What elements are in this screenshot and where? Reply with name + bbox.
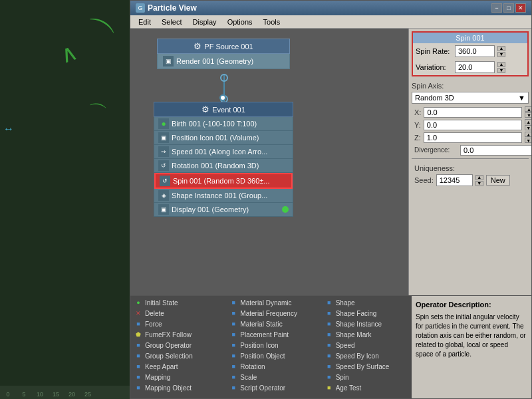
pf-source-node[interactable]: ⚙ PF Source 001 ▣ Render 001 (Geometry) xyxy=(157,39,290,69)
bottom-list-item[interactable]: ■Material Frequency xyxy=(227,308,315,319)
uniqueness-section: Uniqueness: Seed: ▲ ▼ New xyxy=(412,162,529,189)
title-bar-left: G Particle View xyxy=(136,3,197,13)
title-controls[interactable]: − □ ✕ xyxy=(491,3,526,13)
divergence-input[interactable] xyxy=(460,145,531,156)
y-arrows[interactable]: ▲ ▼ xyxy=(525,119,531,130)
node-graph[interactable]: ⚙ PF Source 001 ▣ Render 001 (Geometry) xyxy=(130,29,408,295)
item-icon: ■ xyxy=(325,319,334,329)
spin-panel: Spin 001 Spin Rate: 360.0 ▲ ▼ Variation:… xyxy=(412,31,529,76)
bottom-list-item[interactable]: ●Initial State xyxy=(132,297,219,308)
pf-source-header: ⚙ PF Source 001 xyxy=(157,39,290,54)
item-label: FumeFX Follow xyxy=(145,331,192,338)
ruler-mark-15: 15 xyxy=(48,391,64,398)
item-label: Placement Paint xyxy=(240,331,289,338)
spin-rate-value[interactable]: 360.0 xyxy=(455,45,495,57)
bottom-list-item[interactable]: ■Spin xyxy=(323,372,410,382)
item-icon: ■ xyxy=(229,330,238,339)
bottom-list-item[interactable]: ■Material Static xyxy=(227,319,315,329)
ruler-mark-0: 0 xyxy=(0,391,16,398)
bottom-list-item[interactable]: ■Shape Mark xyxy=(323,329,410,340)
right-panel: Spin 001 Spin Rate: 360.0 ▲ ▼ Variation:… xyxy=(408,29,531,295)
render-row[interactable]: ▣ Render 001 (Geometry) xyxy=(158,54,289,68)
item-label: Speed By Icon xyxy=(336,352,379,360)
item-label: Rotation xyxy=(240,363,265,370)
bottom-list-item[interactable]: ■Material Dynamic xyxy=(227,297,315,308)
bottom-list-item[interactable]: ✕Delete xyxy=(132,308,219,319)
item-icon: ■ xyxy=(134,383,143,392)
position-icon-label: Position Icon 001 (Volume) xyxy=(172,134,259,142)
spin-rate-down[interactable]: ▼ xyxy=(497,52,505,57)
bottom-list-item[interactable]: ■Speed By Icon xyxy=(323,350,410,361)
close-button[interactable]: ✕ xyxy=(515,3,526,13)
bottom-list-item[interactable]: ⬟FumeFX Follow xyxy=(132,329,219,340)
spin-rate-arrows[interactable]: ▲ ▼ xyxy=(497,46,505,57)
spin-axis-dropdown[interactable]: Random 3D ▼ xyxy=(412,92,529,104)
menu-display[interactable]: Display xyxy=(188,17,222,27)
birth-row[interactable]: ● Birth 001 (-100-100 T:100) xyxy=(154,117,293,131)
bottom-list-item[interactable]: ■Speed By Surface xyxy=(323,361,410,372)
y-down[interactable]: ▼ xyxy=(525,125,531,130)
x-input[interactable] xyxy=(424,107,522,118)
bottom-list-item[interactable]: ■Mapping Object xyxy=(132,382,219,393)
bottom-list-item[interactable]: ■Position Object xyxy=(227,350,315,361)
x-up[interactable]: ▲ xyxy=(525,106,531,112)
seed-input[interactable] xyxy=(436,174,473,186)
y-row: Y: ▲ ▼ xyxy=(412,119,529,130)
spin-rate-up[interactable]: ▲ xyxy=(497,46,505,51)
variation-value[interactable]: 20.0 xyxy=(455,61,495,73)
x-down[interactable]: ▼ xyxy=(525,112,531,118)
bottom-list-item[interactable]: ■Force xyxy=(132,319,219,329)
bottom-list-item[interactable]: ■Scale xyxy=(227,372,315,382)
speed-row[interactable]: ⇝ Speed 001 (Along Icon Arro... xyxy=(154,145,293,159)
variation-down[interactable]: ▼ xyxy=(497,68,505,73)
bottom-list-item[interactable]: ■Placement Paint xyxy=(227,329,315,340)
position-icon-row[interactable]: ▣ Position Icon 001 (Volume) xyxy=(154,131,293,145)
bottom-list-item[interactable]: ■Shape Instance xyxy=(323,319,410,329)
display-icon: ▣ xyxy=(158,204,169,215)
spin-axis-section: Spin Axis: Random 3D ▼ X: ▲ ▼ xyxy=(409,79,531,192)
menu-tools[interactable]: Tools xyxy=(258,17,286,27)
z-up[interactable]: ▲ xyxy=(525,132,531,137)
z-input[interactable] xyxy=(424,132,522,143)
rotation-row[interactable]: ↺ Rotation 001 (Random 3D) xyxy=(154,159,293,173)
x-arrows[interactable]: ▲ ▼ xyxy=(525,106,531,118)
bottom-list-item[interactable]: ■Group Operator xyxy=(132,340,219,350)
bottom-list-item[interactable]: ■Shape xyxy=(323,297,410,308)
menu-edit[interactable]: Edit xyxy=(133,17,156,27)
viewport-background: ⌒ ∧ ⌒ ↔ 0 5 10 15 20 25 xyxy=(0,0,130,399)
shape-instance-row[interactable]: ◈ Shape Instance 001 (Group... xyxy=(154,189,293,203)
bottom-list-item[interactable]: ■Rotation xyxy=(227,361,315,372)
new-button[interactable]: New xyxy=(486,175,510,186)
seed-down[interactable]: ▼ xyxy=(475,181,483,186)
spin-row[interactable]: ↺ Spin 001 (Random 3D 360±... xyxy=(154,173,293,189)
maximize-button[interactable]: □ xyxy=(503,3,514,13)
bottom-list-item[interactable]: ■Shape Facing xyxy=(323,308,410,319)
y-input[interactable] xyxy=(424,120,522,130)
display-row[interactable]: ▣ Display 001 (Geometry) xyxy=(154,203,293,216)
y-up[interactable]: ▲ xyxy=(525,119,531,124)
seed-up[interactable]: ▲ xyxy=(475,175,483,180)
variation-up[interactable]: ▲ xyxy=(497,62,505,67)
bottom-list-item[interactable]: ■Speed xyxy=(323,340,410,350)
bottom-list-item[interactable]: ■Mapping xyxy=(132,372,219,382)
bottom-list-item[interactable]: ■Group Selection xyxy=(132,350,219,361)
z-down[interactable]: ▼ xyxy=(525,138,531,143)
bottom-list-item[interactable]: ■Keep Apart xyxy=(132,361,219,372)
minimize-button[interactable]: − xyxy=(491,3,502,13)
output-dot xyxy=(282,206,289,213)
menu-select[interactable]: Select xyxy=(156,17,188,27)
menu-options[interactable]: Options xyxy=(222,17,258,27)
item-icon: ■ xyxy=(325,383,334,392)
item-label: Scale xyxy=(240,374,257,381)
event-body: ● Birth 001 (-100-100 T:100) ▣ Position … xyxy=(154,117,293,217)
event-node[interactable]: ⚙ Event 001 ● Birth 001 (-100-100 T:100)… xyxy=(154,102,293,217)
z-arrows[interactable]: ▲ ▼ xyxy=(525,132,531,143)
bottom-list-item[interactable]: ■Position Icon xyxy=(227,340,315,350)
variation-arrows[interactable]: ▲ ▼ xyxy=(497,62,505,73)
bottom-list-item[interactable]: ■Age Test xyxy=(323,382,410,393)
item-label: Position Icon xyxy=(240,342,278,349)
seed-arrows[interactable]: ▲ ▼ xyxy=(475,175,483,186)
item-label: Speed xyxy=(336,342,355,349)
bottom-list-item[interactable]: ■Script Operator xyxy=(227,382,315,393)
item-icon: ■ xyxy=(134,351,143,360)
